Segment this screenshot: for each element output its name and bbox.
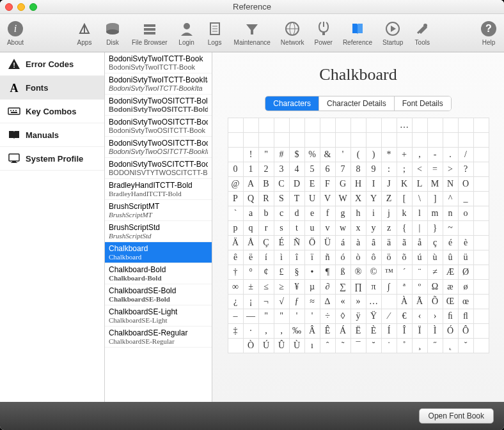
character-cell[interactable]: ª bbox=[397, 280, 412, 295]
character-cell[interactable]: ƒ bbox=[289, 295, 304, 309]
character-cell[interactable]: K bbox=[397, 177, 412, 192]
character-cell[interactable]: % bbox=[304, 148, 320, 162]
character-cell[interactable]: ¢ bbox=[258, 265, 274, 280]
character-cell[interactable]: r bbox=[258, 221, 274, 236]
character-cell[interactable]: [ bbox=[397, 192, 412, 206]
character-cell[interactable]: _ bbox=[458, 192, 473, 206]
character-cell[interactable]: œ bbox=[458, 295, 473, 309]
character-cell[interactable]: ' bbox=[304, 309, 320, 324]
character-cell[interactable]: t bbox=[289, 221, 304, 236]
character-cell[interactable]: § bbox=[289, 265, 304, 280]
character-cell[interactable]: √ bbox=[274, 295, 289, 309]
character-cell[interactable]: a bbox=[243, 206, 258, 221]
character-cell[interactable] bbox=[473, 162, 489, 177]
character-cell[interactable] bbox=[289, 118, 304, 133]
maximize-icon[interactable] bbox=[29, 3, 37, 11]
character-cell[interactable]: í bbox=[258, 250, 274, 265]
character-cell[interactable]: + bbox=[397, 148, 412, 162]
character-cell[interactable] bbox=[473, 236, 489, 250]
login-button[interactable]: Login bbox=[178, 20, 196, 46]
character-cell[interactable]: B bbox=[258, 177, 274, 192]
character-grid[interactable]: …!"#$%&'()*+,-./0123456789:;<=>?@ABCDEFG… bbox=[228, 118, 489, 353]
character-cell[interactable]: å bbox=[412, 236, 427, 250]
character-cell[interactable]: ß bbox=[335, 265, 350, 280]
character-cell[interactable]: ∫ bbox=[381, 280, 397, 295]
character-cell[interactable]: Q bbox=[243, 192, 258, 206]
character-cell[interactable]: ! bbox=[243, 148, 258, 162]
character-cell[interactable]: Ö bbox=[304, 236, 320, 250]
tab-font-details[interactable]: Font Details bbox=[394, 96, 451, 111]
character-cell[interactable]: © bbox=[366, 265, 381, 280]
sidebar-item-system-profile[interactable]: System Profile bbox=[0, 147, 104, 171]
character-cell[interactable] bbox=[304, 133, 320, 148]
character-cell[interactable]: ñ bbox=[320, 250, 335, 265]
character-cell[interactable] bbox=[443, 118, 458, 133]
character-cell[interactable]: Ã bbox=[412, 295, 427, 309]
character-cell[interactable]: À bbox=[397, 295, 412, 309]
character-cell[interactable]: æ bbox=[443, 280, 458, 295]
font-list-item[interactable]: ChalkboardSE-LightChalkboardSE-Light bbox=[105, 305, 212, 326]
font-list-item[interactable]: BrushScriptStdBrushScriptStd bbox=[105, 221, 212, 242]
character-cell[interactable] bbox=[427, 118, 443, 133]
character-cell[interactable]: ¡ bbox=[243, 295, 258, 309]
character-cell[interactable]: … bbox=[397, 118, 412, 133]
font-list-item[interactable]: ChalkboardChalkboard bbox=[105, 242, 212, 263]
character-cell[interactable]: ¸ bbox=[412, 339, 427, 353]
character-cell[interactable]: – bbox=[228, 309, 243, 324]
character-cell[interactable]: ò bbox=[350, 250, 366, 265]
character-cell[interactable]: Â bbox=[304, 324, 320, 339]
character-cell[interactable]: ‚ bbox=[274, 324, 289, 339]
font-list-item[interactable]: BodoniSvtyTwoITCTT-BookBodoniSvtyTwoITCT… bbox=[105, 52, 212, 73]
character-cell[interactable]: ¥ bbox=[289, 280, 304, 295]
character-cell[interactable]: Ü bbox=[320, 236, 335, 250]
character-cell[interactable]: 4 bbox=[289, 162, 304, 177]
character-cell[interactable]: Ô bbox=[458, 324, 473, 339]
character-cell[interactable]: H bbox=[350, 177, 366, 192]
character-cell[interactable]: î bbox=[289, 250, 304, 265]
character-cell[interactable]: · bbox=[243, 324, 258, 339]
character-cell[interactable]: 6 bbox=[320, 162, 335, 177]
character-cell[interactable]: N bbox=[443, 177, 458, 192]
character-cell[interactable]: ∂ bbox=[320, 280, 335, 295]
character-cell[interactable]: * bbox=[381, 148, 397, 162]
character-cell[interactable]: É bbox=[274, 236, 289, 250]
character-cell[interactable]: ( bbox=[350, 148, 366, 162]
character-cell[interactable]: y bbox=[366, 221, 381, 236]
character-cell[interactable]: º bbox=[412, 280, 427, 295]
sidebar-item-manuals[interactable]: Manuals bbox=[0, 123, 104, 147]
character-cell[interactable]: ^ bbox=[443, 192, 458, 206]
character-cell[interactable]: ˜ bbox=[335, 339, 350, 353]
character-cell[interactable]: £ bbox=[274, 265, 289, 280]
character-cell[interactable]: Ç bbox=[258, 236, 274, 250]
character-cell[interactable]: E bbox=[304, 177, 320, 192]
character-cell[interactable]: ¨ bbox=[412, 265, 427, 280]
character-cell[interactable]: π bbox=[366, 280, 381, 295]
character-cell[interactable]: W bbox=[335, 192, 350, 206]
open-font-book-button[interactable]: Open Font Book bbox=[419, 408, 494, 424]
character-cell[interactable] bbox=[412, 118, 427, 133]
character-cell[interactable]: & bbox=[320, 148, 335, 162]
character-cell[interactable]: Ÿ bbox=[366, 309, 381, 324]
character-cell[interactable]: o bbox=[458, 206, 473, 221]
character-cell[interactable]: â bbox=[366, 236, 381, 250]
character-cell[interactable]: i bbox=[366, 206, 381, 221]
character-cell[interactable]: ™ bbox=[381, 265, 397, 280]
character-cell[interactable]: e bbox=[304, 206, 320, 221]
character-cell[interactable]: ∆ bbox=[320, 295, 335, 309]
character-cell[interactable]: P bbox=[228, 192, 243, 206]
character-cell[interactable]: Á bbox=[335, 324, 350, 339]
character-cell[interactable]: ù bbox=[427, 250, 443, 265]
character-cell[interactable]: ÿ bbox=[350, 309, 366, 324]
character-cell[interactable]: à bbox=[350, 236, 366, 250]
character-cell[interactable]: Ú bbox=[258, 339, 274, 353]
character-cell[interactable]: û bbox=[443, 250, 458, 265]
character-cell[interactable]: • bbox=[304, 265, 320, 280]
character-cell[interactable]: á bbox=[335, 236, 350, 250]
character-cell[interactable]: X bbox=[350, 192, 366, 206]
character-cell[interactable]: # bbox=[274, 148, 289, 162]
character-cell[interactable]: ¯ bbox=[350, 339, 366, 353]
character-cell[interactable]: † bbox=[228, 265, 243, 280]
character-cell[interactable] bbox=[350, 133, 366, 148]
character-cell[interactable]: M bbox=[427, 177, 443, 192]
character-cell[interactable]: - bbox=[427, 148, 443, 162]
